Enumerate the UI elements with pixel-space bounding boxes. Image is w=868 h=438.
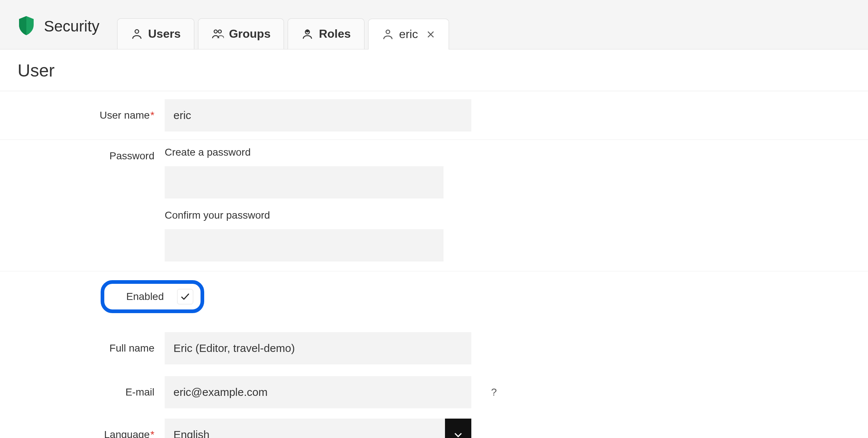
tab-groups[interactable]: Groups [198,18,284,49]
svg-point-1 [214,30,217,33]
password-confirm-input[interactable] [165,229,444,261]
row-language: Language* English [0,412,868,438]
password-create-input[interactable] [165,166,444,198]
chevron-down-icon [445,419,471,438]
brand-label: Security [44,18,100,35]
row-enabled: Enabled [0,271,868,324]
brand: Security [18,15,100,49]
tab-eric[interactable]: eric [368,19,449,49]
row-email: E-mail ? [0,368,868,412]
password-label: Password [0,146,165,162]
svg-point-2 [218,30,221,33]
email-label: E-mail [0,386,165,398]
shield-icon [18,15,35,37]
language-label: Language* [0,419,165,438]
username-input[interactable] [165,99,471,131]
close-icon[interactable] [426,30,435,39]
help-icon[interactable]: ? [491,386,497,398]
password-create-label: Create a password [165,146,444,160]
username-label: User name* [0,110,165,121]
role-icon [301,28,314,40]
svg-point-5 [386,30,390,33]
user-icon [382,28,394,41]
tab-roles[interactable]: Roles [288,18,364,49]
language-select[interactable]: English [165,419,471,438]
tab-label: Groups [229,27,271,41]
fullname-label: Full name [0,342,165,354]
email-input[interactable] [165,376,471,408]
tab-label: Roles [319,27,351,41]
enabled-label: Enabled [126,291,164,302]
row-username: User name* [0,91,868,140]
tab-label: Users [148,27,181,41]
enabled-checkbox[interactable] [177,289,193,304]
page-title-row: User [0,49,868,91]
users-icon [212,28,224,40]
enabled-highlight: Enabled [101,280,204,313]
password-confirm-label: Confirm your password [165,209,444,223]
language-value: English [165,419,445,438]
row-fullname: Full name [0,324,868,368]
fullname-input[interactable] [165,332,471,364]
tab-bar: Security Users [0,1,868,49]
tab-users[interactable]: Users [117,18,194,49]
svg-point-0 [135,29,139,33]
row-password: Password Create a password Confirm your … [0,140,868,271]
user-icon [131,28,143,40]
page-title: User [18,60,850,81]
tab-label: eric [399,27,418,41]
